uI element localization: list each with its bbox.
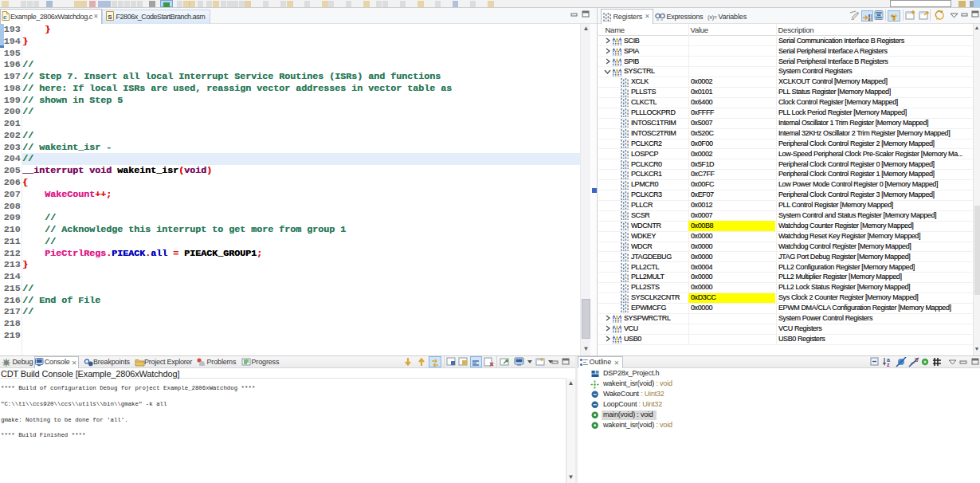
svg-text:z: z (887, 362, 890, 367)
